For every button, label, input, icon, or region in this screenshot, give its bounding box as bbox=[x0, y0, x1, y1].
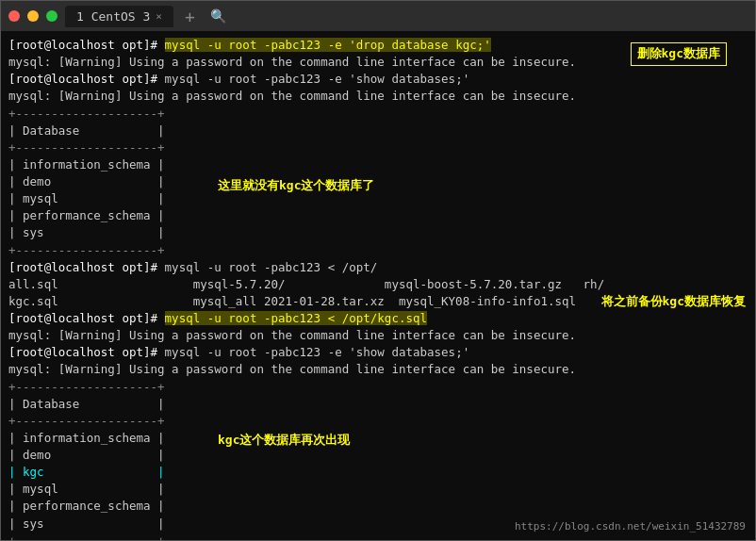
table-row: | performance_schema | bbox=[8, 207, 748, 224]
prompt: [root@localhost opt]# bbox=[8, 38, 165, 52]
search-icon[interactable]: 🔍 bbox=[210, 8, 226, 24]
table-row: | mysql | bbox=[8, 190, 748, 207]
terminal-line: [root@localhost opt]# mysql -u root -pab… bbox=[8, 259, 748, 276]
command-text: mysql -u root -pabc123 < /opt/ bbox=[165, 260, 378, 274]
table-row: | demo | bbox=[8, 447, 748, 464]
table-separator: +--------------------+ bbox=[8, 242, 748, 259]
prompt: [root@localhost opt]# bbox=[8, 345, 165, 359]
terminal-line: mysql: [Warning] Using a password on the… bbox=[8, 361, 748, 378]
terminal-tab[interactable]: 1 CentOS 3 × bbox=[65, 6, 173, 27]
terminal-line: all.sql mysql-5.7.20/ mysql-boost-5.7.20… bbox=[8, 276, 748, 293]
prompt: [root@localhost opt]# bbox=[8, 72, 165, 86]
tab-label: 1 CentOS 3 bbox=[76, 9, 150, 24]
table-separator: +--------------------+ bbox=[8, 106, 748, 123]
prompt: [root@localhost opt]# bbox=[8, 311, 165, 325]
minimize-dot[interactable] bbox=[27, 10, 39, 22]
table-row-kgc: | kgc | bbox=[8, 464, 748, 481]
file-list: all.sql mysql-5.7.20/ mysql-boost-5.7.20… bbox=[8, 277, 604, 291]
terminal-line: mysql: [Warning] Using a password on the… bbox=[8, 327, 748, 344]
annotation-delete-kgc: 删除kgc数据库 bbox=[631, 42, 727, 66]
terminal-line: [root@localhost opt]# mysql -u root -pab… bbox=[8, 310, 748, 327]
annotation-restore-kgc: 将之前备份kgc数据库恢复 bbox=[601, 293, 746, 311]
table-row: | mysql | bbox=[8, 481, 748, 498]
table-row: | information_schema | bbox=[8, 430, 748, 447]
restore-command: mysql -u root -pabc123 < /opt/kgc.sql bbox=[165, 311, 427, 325]
table-header: | Database | bbox=[8, 123, 748, 139]
maximize-dot[interactable] bbox=[46, 10, 58, 22]
table-row: | sys | bbox=[8, 224, 748, 241]
terminal-area[interactable]: [root@localhost opt]# mysql -u root -pab… bbox=[1, 31, 755, 540]
prompt: [root@localhost opt]# bbox=[8, 260, 165, 274]
annotation-no-kgc: 这里就没有kgc这个数据库了 bbox=[218, 177, 374, 195]
table-separator: +--------------------+ bbox=[8, 413, 748, 430]
table-separator: +--------------------+ bbox=[8, 139, 748, 156]
table-row: | performance_schema | bbox=[8, 498, 748, 515]
table-header: | Database | bbox=[8, 396, 748, 413]
command-text: mysql -u root -pabc123 -e 'show database… bbox=[165, 72, 470, 86]
command-highlight: mysql -u root -pabc123 -e 'drop database… bbox=[165, 38, 491, 52]
terminal-line: mysql: [Warning] Using a password on the… bbox=[8, 88, 748, 105]
new-tab-button[interactable]: + bbox=[185, 7, 195, 26]
table-separator: +--------------------+ bbox=[8, 379, 748, 396]
main-window: 1 CentOS 3 × + 🔍 [root@localhost opt]# m… bbox=[0, 0, 756, 541]
table-row: | information_schema | bbox=[8, 156, 748, 173]
annotation-kgc-reappear: kgc这个数据库再次出现 bbox=[218, 432, 350, 450]
file-list: kgc.sql mysql_all 2021-01-28.tar.xz mysq… bbox=[8, 294, 576, 308]
csdn-link: https://blog.csdn.net/weixin_51432789 bbox=[515, 519, 746, 534]
terminal-line: [root@localhost opt]# mysql -u root -pab… bbox=[8, 71, 748, 88]
table-row: | demo | bbox=[8, 173, 748, 190]
terminal-line: [root@localhost opt]# mysql -u root -pab… bbox=[8, 344, 748, 361]
titlebar: 1 CentOS 3 × + 🔍 bbox=[1, 1, 755, 31]
close-dot[interactable] bbox=[8, 10, 20, 22]
command-text: mysql -u root -pabc123 -e 'show database… bbox=[165, 345, 470, 359]
tab-close-icon[interactable]: × bbox=[156, 10, 162, 23]
